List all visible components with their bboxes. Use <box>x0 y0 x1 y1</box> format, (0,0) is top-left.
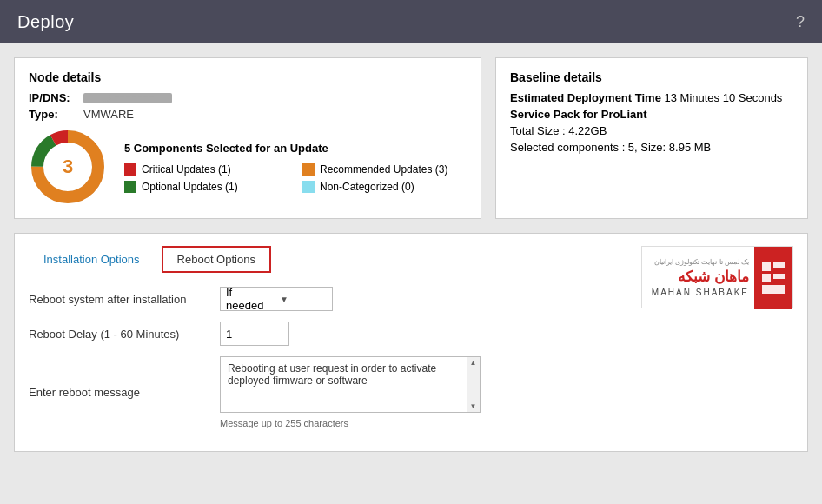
recommended-label: Recommended Updates (3) <box>320 163 447 176</box>
donut-center-value: 3 <box>63 156 73 178</box>
node-details-panel: Node details IP/DNS: 10 ■■■■■■■ Type: VM… <box>14 57 481 219</box>
reboot-system-label: Reboot system after installation <box>29 293 220 306</box>
logo-brand-fa: ماهان شبکه <box>649 268 749 286</box>
node-info: IP/DNS: 10 ■■■■■■■ Type: VMWARE <box>29 91 467 121</box>
selected-components-value: Selected components : 5, Size: 8.95 MB <box>510 141 711 154</box>
reboot-system-select[interactable]: If needed ▼ <box>220 287 333 311</box>
ip-row: IP/DNS: 10 ■■■■■■■ <box>29 91 467 104</box>
help-icon[interactable]: ? <box>796 13 805 31</box>
logo-red-block <box>754 247 792 309</box>
est-time-row: Estimated Deployment Time 13 Minutes 10 … <box>510 91 793 104</box>
components-title: 5 Components Selected for an Update <box>124 142 467 155</box>
svg-rect-5 <box>773 262 785 268</box>
textarea-container: Rebooting at user request in order to ac… <box>220 356 481 415</box>
recommended-color <box>302 163 315 176</box>
tab-installation-label: Installation Options <box>43 253 140 266</box>
logo-top-text: یک لمس تا نهایت تکنولوژی ایرانیان <box>649 258 749 266</box>
critical-color <box>124 163 136 176</box>
top-panels: Node details IP/DNS: 10 ■■■■■■■ Type: VM… <box>14 57 808 219</box>
reboot-delay-label: Reboot Delay (1 - 60 Minutes) <box>29 328 220 341</box>
main-content: Node details IP/DNS: 10 ■■■■■■■ Type: VM… <box>0 43 822 466</box>
reboot-delay-row: Reboot Delay (1 - 60 Minutes) <box>29 322 793 346</box>
est-time-value: 13 Minutes 10 Seconds <box>665 91 783 104</box>
chart-info: 5 Components Selected for an Update Crit… <box>124 142 467 193</box>
type-label: Type: <box>29 108 76 121</box>
baseline-details-panel: Baseline details Estimated Deployment Ti… <box>495 57 808 219</box>
optional-color <box>124 181 136 193</box>
selected-components-row: Selected components : 5, Size: 8.95 MB <box>510 141 793 154</box>
node-details-title: Node details <box>29 70 467 84</box>
char-limit-text: Message up to 255 characters <box>220 418 481 428</box>
ip-value: 10 ■■■■■■■ <box>83 93 172 103</box>
reboot-message-row: Enter reboot message Rebooting at user r… <box>29 356 793 428</box>
svg-rect-6 <box>762 274 771 282</box>
tab-installation[interactable]: Installation Options <box>29 247 155 272</box>
header: Deploy ? <box>0 0 822 43</box>
legend-optional: Optional Updates (1) <box>124 181 288 193</box>
page-title: Deploy <box>17 12 74 32</box>
type-value: VMWARE <box>83 108 134 121</box>
textarea-wrapper: Rebooting at user request in order to ac… <box>220 356 481 428</box>
logo-brand-en: MAHAN SHABAKE <box>649 288 749 297</box>
baseline-title: Baseline details <box>510 70 793 84</box>
tab-reboot[interactable]: Reboot Options <box>162 246 271 273</box>
total-size-value: 4.22GB <box>568 124 607 137</box>
legend-recommended: Recommended Updates (3) <box>302 163 467 176</box>
legend-critical: Critical Updates (1) <box>124 163 288 176</box>
legend-grid: Critical Updates (1) Recommended Updates… <box>124 163 467 193</box>
logo-area: یک لمس تا نهایت تکنولوژی ایرانیان ماهان … <box>641 246 793 308</box>
critical-label: Critical Updates (1) <box>142 163 231 176</box>
select-arrow-icon: ▼ <box>280 295 327 304</box>
service-pack-label: Service Pack for ProLiant <box>510 108 793 121</box>
ip-label: IP/DNS: <box>29 91 76 104</box>
optional-label: Optional Updates (1) <box>142 181 238 193</box>
tab-reboot-label: Reboot Options <box>177 253 255 266</box>
scrollbar[interactable]: ▲ ▼ <box>467 356 481 413</box>
donut-chart: 3 <box>29 128 107 206</box>
scroll-down-icon[interactable]: ▼ <box>470 402 477 410</box>
reboot-delay-input[interactable] <box>220 322 289 346</box>
total-size-row: Total Size : 4.22GB <box>510 124 793 137</box>
logo: یک لمس تا نهایت تکنولوژی ایرانیان ماهان … <box>641 246 793 308</box>
reboot-message-label: Enter reboot message <box>29 386 220 399</box>
svg-rect-7 <box>773 274 785 279</box>
chart-section: 3 5 Components Selected for an Update Cr… <box>29 128 467 206</box>
svg-rect-8 <box>762 285 785 294</box>
non-categorized-color <box>302 181 315 193</box>
scroll-up-icon[interactable]: ▲ <box>470 359 477 367</box>
type-row: Type: VMWARE <box>29 108 467 121</box>
non-categorized-label: Non-Categorized (0) <box>320 181 414 193</box>
reboot-system-value: If needed <box>226 286 273 312</box>
logo-icon <box>760 261 786 295</box>
svg-rect-4 <box>762 262 771 271</box>
legend-non-categorized: Non-Categorized (0) <box>302 181 467 193</box>
est-time-label: Estimated Deployment Time <box>510 91 661 104</box>
bottom-section: Installation Options Reboot Options Rebo… <box>14 233 808 452</box>
reboot-message-textarea[interactable]: Rebooting at user request in order to ac… <box>220 356 481 413</box>
total-size-label: Total Size : <box>510 124 566 137</box>
